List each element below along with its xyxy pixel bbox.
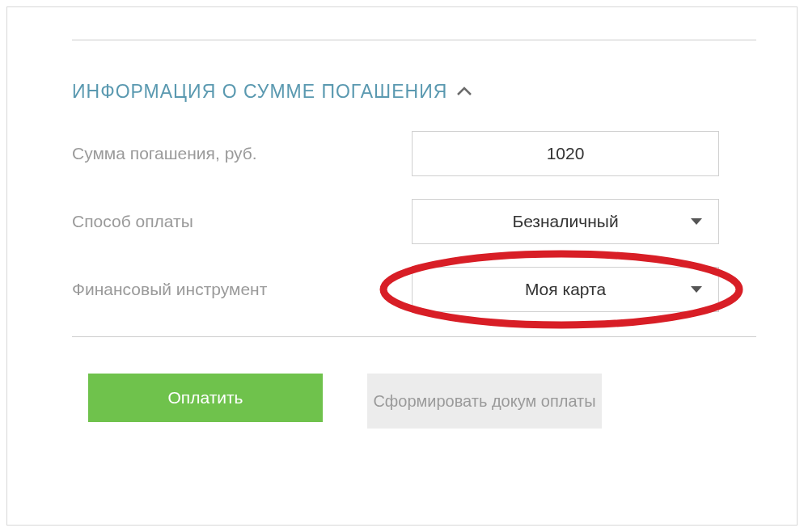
pay-button[interactable]: Оплатить [88, 374, 323, 422]
button-row: Оплатить Сформировать докум оплаты [72, 374, 797, 429]
caret-down-icon [691, 286, 702, 293]
financial-instrument-value: Моя карта [525, 280, 606, 299]
payment-method-select[interactable]: Безналичный [412, 199, 719, 244]
financial-instrument-select[interactable]: Моя карта [412, 267, 719, 312]
section-header[interactable]: ИНФОРМАЦИЯ О СУММЕ ПОГАШЕНИЯ [72, 81, 797, 103]
financial-instrument-row: Финансовый инструмент Моя карта [72, 267, 797, 312]
chevron-up-icon [457, 85, 472, 99]
form-container: ИНФОРМАЦИЯ О СУММЕ ПОГАШЕНИЯ Сумма погаш… [6, 6, 798, 526]
top-divider [72, 40, 756, 40]
financial-instrument-label: Финансовый инструмент [72, 280, 412, 299]
caret-down-icon [691, 218, 702, 225]
highlight-wrapper: Моя карта [412, 267, 719, 312]
section-title: ИНФОРМАЦИЯ О СУММЕ ПОГАШЕНИЯ [72, 81, 447, 103]
payment-method-row: Способ оплаты Безналичный [72, 199, 797, 244]
amount-row: Сумма погашения, руб. [72, 131, 797, 176]
payment-method-label: Способ оплаты [72, 212, 412, 231]
payment-method-value: Безналичный [512, 212, 618, 231]
amount-input[interactable] [412, 131, 719, 176]
generate-document-button[interactable]: Сформировать докум оплаты [367, 374, 602, 429]
bottom-divider [72, 336, 756, 337]
amount-label: Сумма погашения, руб. [72, 144, 412, 163]
